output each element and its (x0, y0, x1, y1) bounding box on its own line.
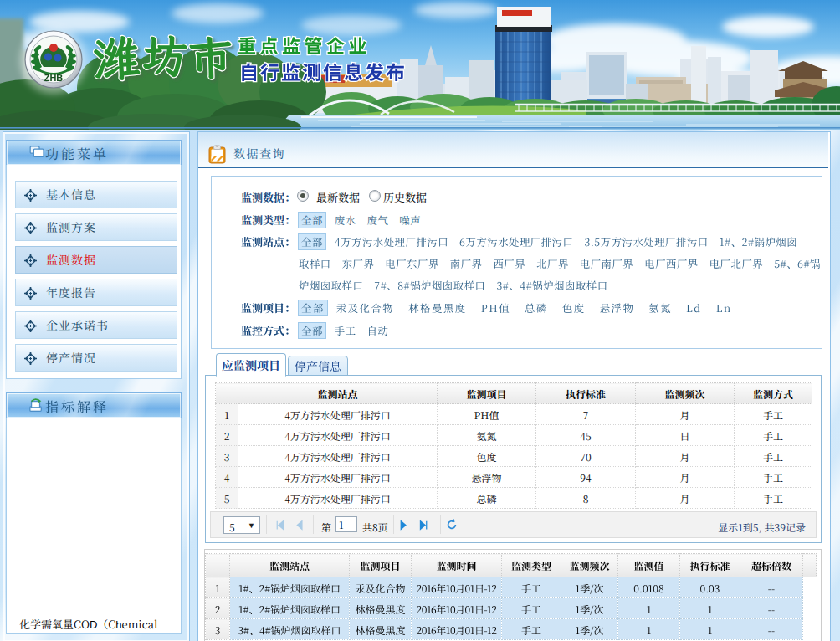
svg-text:潍: 潍 (91, 25, 141, 90)
svg-text:市: 市 (187, 27, 233, 87)
svg-text:自行监测信息发布: 自行监测信息发布 (239, 57, 407, 85)
svg-text:ZHB: ZHB (44, 73, 64, 83)
svg-text:坊: 坊 (141, 24, 188, 85)
svg-text:重点监管企业: 重点监管企业 (238, 31, 371, 58)
